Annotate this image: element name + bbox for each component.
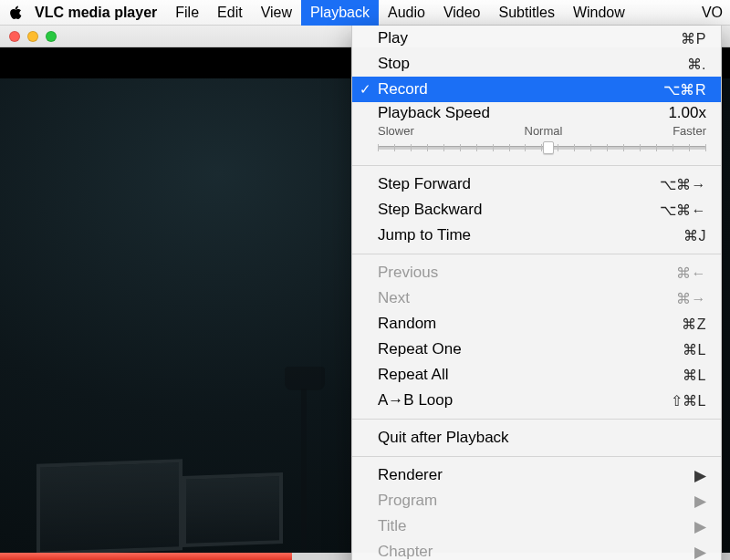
menu-item-shortcut: ⇧⌘L bbox=[671, 392, 706, 410]
speed-label-faster: Faster bbox=[673, 124, 706, 138]
menu-item-label: Chapter bbox=[378, 543, 694, 560]
zoom-window-button[interactable] bbox=[46, 31, 57, 42]
scene-decoration bbox=[36, 459, 182, 555]
menu-item-label: Program bbox=[378, 492, 694, 510]
menu-item-renderer[interactable]: Renderer ▶ bbox=[352, 462, 721, 488]
menu-item-label: Step Backward bbox=[378, 201, 660, 219]
menu-subtitles[interactable]: Subtitles bbox=[490, 0, 564, 26]
menu-item-random[interactable]: Random ⌘Z bbox=[352, 311, 721, 337]
submenu-arrow-icon: ▶ bbox=[694, 466, 706, 485]
submenu-arrow-icon: ▶ bbox=[694, 517, 706, 536]
macos-menubar: VLC media player File Edit View Playback… bbox=[0, 0, 730, 26]
speed-label-slower: Slower bbox=[378, 124, 414, 138]
playback-speed-title: Playback Speed bbox=[378, 104, 668, 122]
menu-item-shortcut: ⌘L bbox=[683, 341, 706, 358]
menu-item-repeat-one[interactable]: Repeat One ⌘L bbox=[352, 337, 721, 362]
menu-item-record[interactable]: ✓ Record ⌥⌘R bbox=[352, 77, 721, 102]
menu-item-label: Title bbox=[378, 517, 694, 535]
menu-item-shortcut: ⌘. bbox=[687, 56, 706, 73]
menu-item-shortcut: ⌘L bbox=[683, 367, 706, 384]
menu-item-label: Step Forward bbox=[378, 175, 660, 193]
playback-speed-section: Playback Speed 1.00x Slower Normal Faste… bbox=[352, 102, 721, 160]
menu-item-next: Next ⌘→ bbox=[352, 285, 721, 311]
scene-decoration bbox=[285, 367, 325, 390]
menu-item-shortcut: ⌘P bbox=[681, 30, 706, 47]
app-name[interactable]: VLC media player bbox=[26, 5, 166, 21]
menu-item-label: Random bbox=[378, 315, 682, 333]
menu-edit[interactable]: Edit bbox=[208, 0, 252, 26]
speed-label-normal: Normal bbox=[525, 124, 563, 138]
menu-item-label: Quit after Playback bbox=[378, 429, 706, 447]
menu-item-label: Play bbox=[378, 29, 681, 47]
menu-item-shortcut: ⌘→ bbox=[676, 290, 706, 307]
menu-item-label: Repeat One bbox=[378, 340, 683, 358]
menu-truncated: VO bbox=[702, 5, 725, 21]
menu-audio[interactable]: Audio bbox=[379, 0, 434, 26]
submenu-arrow-icon: ▶ bbox=[694, 492, 706, 511]
menu-item-jump-to-time[interactable]: Jump to Time ⌘J bbox=[352, 223, 721, 248]
menu-item-shortcut: ⌘← bbox=[676, 264, 706, 282]
playback-menu: Play ⌘P Stop ⌘. ✓ Record ⌥⌘R Playback Sp… bbox=[351, 26, 722, 560]
menu-item-shortcut: ⌥⌘← bbox=[660, 202, 707, 219]
menu-separator bbox=[352, 456, 721, 457]
scene-decoration bbox=[182, 472, 283, 547]
menu-view[interactable]: View bbox=[252, 0, 301, 26]
menu-item-play[interactable]: Play ⌘P bbox=[352, 26, 721, 51]
menu-item-step-forward[interactable]: Step Forward ⌥⌘→ bbox=[352, 171, 721, 197]
menu-playback[interactable]: Playback bbox=[301, 0, 379, 26]
playback-progress-fill bbox=[0, 553, 292, 560]
menu-window[interactable]: Window bbox=[564, 0, 634, 26]
minimize-window-button[interactable] bbox=[27, 31, 38, 42]
checkmark-icon: ✓ bbox=[360, 81, 371, 98]
menu-item-shortcut: ⌥⌘→ bbox=[660, 176, 707, 193]
scene-decoration bbox=[301, 389, 307, 553]
menu-separator bbox=[352, 419, 721, 420]
menu-item-label: Jump to Time bbox=[378, 226, 683, 244]
menu-item-label: Previous bbox=[378, 264, 676, 282]
menu-separator bbox=[352, 165, 721, 166]
menu-item-program: Program ▶ bbox=[352, 488, 721, 513]
submenu-arrow-icon: ▶ bbox=[694, 543, 706, 561]
menu-item-step-backward[interactable]: Step Backward ⌥⌘← bbox=[352, 197, 721, 223]
playback-speed-value: 1.00x bbox=[668, 104, 706, 122]
close-window-button[interactable] bbox=[9, 31, 20, 42]
menu-item-quit-after-playback[interactable]: Quit after Playback bbox=[352, 425, 721, 451]
menu-item-chapter: Chapter ▶ bbox=[352, 539, 721, 560]
menu-item-stop[interactable]: Stop ⌘. bbox=[352, 51, 721, 77]
slider-knob[interactable] bbox=[543, 141, 554, 154]
menu-separator bbox=[352, 254, 721, 254]
menu-file[interactable]: File bbox=[166, 0, 208, 26]
playback-speed-slider[interactable] bbox=[378, 141, 706, 152]
menu-item-shortcut: ⌥⌘R bbox=[663, 81, 706, 99]
menu-video[interactable]: Video bbox=[434, 0, 490, 26]
menu-item-title: Title ▶ bbox=[352, 513, 721, 539]
menu-item-label: Record bbox=[378, 80, 663, 99]
menu-item-previous: Previous ⌘← bbox=[352, 260, 721, 285]
menu-item-label: Next bbox=[378, 289, 676, 307]
menu-item-label: Renderer bbox=[378, 466, 694, 484]
menu-item-label: Stop bbox=[378, 55, 687, 73]
apple-menu-icon[interactable] bbox=[5, 5, 26, 20]
menu-item-label: Repeat All bbox=[378, 366, 683, 384]
menu-item-ab-loop[interactable]: A→B Loop ⇧⌘L bbox=[352, 388, 721, 413]
slider-ticks bbox=[378, 144, 706, 151]
menu-item-repeat-all[interactable]: Repeat All ⌘L bbox=[352, 362, 721, 388]
menu-item-shortcut: ⌘J bbox=[683, 227, 706, 244]
menu-item-shortcut: ⌘Z bbox=[682, 316, 706, 333]
menu-item-label: A→B Loop bbox=[378, 391, 671, 410]
